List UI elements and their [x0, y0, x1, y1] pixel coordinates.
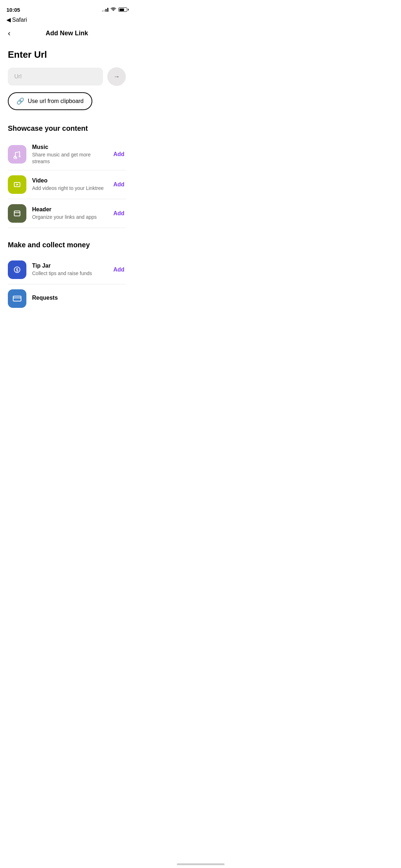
status-bar: 10:05	[0, 0, 134, 16]
svg-rect-4	[14, 211, 20, 216]
battery-icon	[118, 7, 127, 12]
list-item-requests: Requests	[8, 284, 126, 313]
music-text: Music Share music and get more streams	[32, 144, 106, 165]
status-time: 10:05	[6, 7, 20, 13]
url-go-button[interactable]: →	[107, 67, 126, 86]
header-text: Header Organize your links and apps	[32, 206, 106, 221]
link-icon: 🔗	[16, 97, 24, 105]
safari-back-row[interactable]: ◀ Safari	[0, 16, 134, 26]
url-section-heading: Enter Url	[8, 49, 126, 60]
music-add-button[interactable]: Add	[112, 150, 126, 159]
list-item-video: Video Add videos right to your Linktree …	[8, 170, 126, 199]
music-icon	[8, 145, 26, 164]
make-money-section: Make and collect money $ Tip Jar Collect…	[8, 241, 126, 313]
music-name: Music	[32, 144, 106, 150]
music-desc: Share music and get more streams	[32, 151, 106, 165]
signal-icon	[102, 7, 108, 12]
requests-icon	[8, 289, 26, 308]
video-text: Video Add videos right to your Linktree	[32, 177, 106, 192]
tipjar-desc: Collect tips and raise funds	[32, 270, 106, 277]
video-name: Video	[32, 177, 106, 184]
money-heading: Make and collect money	[8, 241, 126, 249]
url-input-row: →	[8, 67, 126, 86]
status-icons	[102, 7, 127, 12]
tipjar-name: Tip Jar	[32, 263, 106, 269]
tipjar-add-button[interactable]: Add	[112, 265, 126, 274]
nav-back-button[interactable]: ‹	[6, 27, 12, 40]
tipjar-text: Tip Jar Collect tips and raise funds	[32, 263, 106, 277]
svg-text:$: $	[16, 267, 19, 272]
svg-point-0	[15, 156, 17, 158]
url-input[interactable]	[8, 68, 103, 86]
showcase-heading: Showcase your content	[8, 124, 126, 133]
clipboard-button-label: Use url from clipboard	[28, 98, 84, 104]
page-title: Add New Link	[46, 30, 88, 37]
header-name: Header	[32, 206, 106, 213]
header-add-button[interactable]: Add	[112, 209, 126, 218]
showcase-list: Music Share music and get more streams A…	[8, 139, 126, 228]
svg-marker-3	[16, 184, 19, 186]
video-add-button[interactable]: Add	[112, 180, 126, 189]
wifi-icon	[110, 7, 116, 12]
clipboard-button[interactable]: 🔗 Use url from clipboard	[8, 92, 92, 110]
safari-back-arrow-icon: ◀	[6, 16, 11, 23]
svg-rect-8	[13, 296, 21, 301]
nav-back-icon: ‹	[8, 29, 10, 38]
nav-bar: ‹ Add New Link	[0, 26, 134, 41]
main-content: Enter Url → 🔗 Use url from clipboard Sho…	[0, 41, 134, 313]
header-desc: Organize your links and apps	[32, 214, 106, 221]
video-icon	[8, 175, 26, 194]
arrow-right-icon: →	[113, 73, 120, 81]
money-list: $ Tip Jar Collect tips and raise funds A…	[8, 255, 126, 313]
list-item-music: Music Share music and get more streams A…	[8, 139, 126, 170]
list-item-tipjar: $ Tip Jar Collect tips and raise funds A…	[8, 255, 126, 284]
safari-back-label: Safari	[12, 17, 27, 23]
svg-point-1	[19, 156, 21, 157]
requests-name: Requests	[32, 295, 126, 301]
tipjar-icon: $	[8, 260, 26, 279]
list-item-header: Header Organize your links and apps Add	[8, 199, 126, 228]
requests-text: Requests	[32, 295, 126, 302]
video-desc: Add videos right to your Linktree	[32, 185, 106, 192]
header-icon	[8, 204, 26, 223]
